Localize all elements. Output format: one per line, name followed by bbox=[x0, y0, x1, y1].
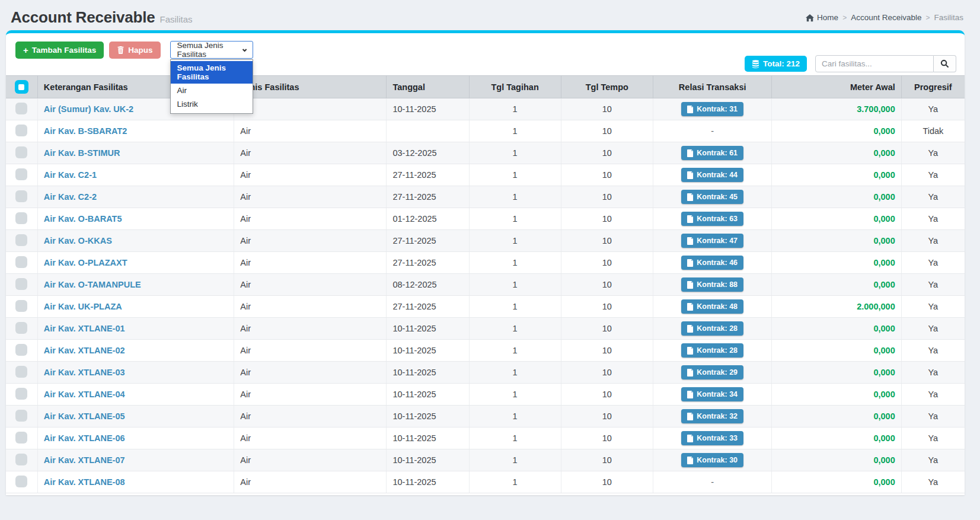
meter-start-value: 0,000 bbox=[873, 324, 895, 333]
meter-start-cell: 0,000 bbox=[772, 428, 901, 449]
row-checkbox[interactable] bbox=[15, 256, 27, 268]
contract-badge[interactable]: Kontrak: 48 bbox=[681, 299, 743, 314]
row-checkbox[interactable] bbox=[15, 278, 27, 290]
dropdown-option-semua[interactable]: Semua Jenis Fasilitas bbox=[171, 61, 253, 84]
row-checkbox[interactable] bbox=[15, 103, 27, 114]
search-input[interactable] bbox=[815, 55, 934, 72]
select-all-checkbox[interactable] bbox=[15, 80, 28, 94]
contract-relation-cell: Kontrak: 29 bbox=[653, 362, 772, 384]
facility-name-link[interactable]: Air Kav. XTLANE-07 bbox=[44, 455, 125, 465]
facility-name-link[interactable]: Air Kav. B-SBARAT2 bbox=[44, 126, 127, 136]
breadcrumb-section-link[interactable]: Account Receivable bbox=[851, 13, 921, 22]
contract-badge[interactable]: Kontrak: 30 bbox=[681, 453, 743, 467]
row-checkbox[interactable] bbox=[15, 322, 27, 334]
row-checkbox[interactable] bbox=[15, 125, 27, 136]
row-checkbox[interactable] bbox=[15, 454, 27, 465]
row-checkbox[interactable] bbox=[15, 366, 27, 378]
dropdown-option-listrik[interactable]: Listrik bbox=[171, 97, 253, 111]
contract-badge[interactable]: Kontrak: 46 bbox=[681, 256, 743, 270]
breadcrumb-home-link[interactable]: Home bbox=[806, 13, 838, 22]
progressive-cell: Ya bbox=[901, 362, 965, 384]
facility-name-cell: Air Kav. O-TAMANPULE bbox=[37, 274, 234, 296]
due-day-cell: 10 bbox=[561, 252, 653, 274]
meter-start-cell: 0,000 bbox=[772, 230, 901, 252]
facility-name-link[interactable]: Air Kav. XTLANE-04 bbox=[44, 390, 125, 399]
dropdown-option-air[interactable]: Air bbox=[171, 84, 253, 97]
page-title-group: Account ReceivableFasilitas bbox=[11, 8, 193, 27]
contract-badge[interactable]: Kontrak: 32 bbox=[681, 409, 743, 423]
facility-name-link[interactable]: Air Kav. UK-PLAZA bbox=[44, 302, 122, 311]
facility-name-link[interactable]: Air Kav. XTLANE-05 bbox=[44, 411, 125, 421]
column-header-meter-awal: Meter Awal bbox=[772, 76, 901, 98]
contract-badge[interactable]: Kontrak: 47 bbox=[681, 234, 743, 248]
row-checkbox[interactable] bbox=[15, 300, 27, 312]
facility-name-link[interactable]: Air Kav. C2-2 bbox=[44, 192, 97, 202]
table-row: Air Kav. UK-PLAZA Air 27-11-2025 1 10 Ko… bbox=[6, 296, 965, 318]
contract-badge[interactable]: Kontrak: 28 bbox=[681, 343, 743, 358]
row-checkbox[interactable] bbox=[15, 388, 27, 400]
contract-badge[interactable]: Kontrak: 61 bbox=[681, 146, 743, 160]
facility-name-link[interactable]: Air Kav. XTLANE-02 bbox=[44, 346, 125, 355]
contract-badge[interactable]: Kontrak: 88 bbox=[681, 277, 743, 292]
facility-type-cell: Air bbox=[234, 230, 387, 252]
progressive-cell: Ya bbox=[901, 449, 965, 471]
table-row: Air Kav. XTLANE-06 Air 10-11-2025 1 10 K… bbox=[6, 428, 965, 449]
row-checkbox[interactable] bbox=[15, 146, 27, 158]
search-button[interactable] bbox=[934, 55, 956, 72]
facility-type-cell: Air bbox=[234, 340, 387, 362]
facility-name-link[interactable]: Air Kav. C2-1 bbox=[44, 170, 97, 180]
row-checkbox-cell bbox=[6, 98, 37, 120]
row-checkbox[interactable] bbox=[15, 190, 27, 202]
facility-name-link[interactable]: Air Kav. XTLANE-01 bbox=[44, 324, 125, 333]
add-facility-button[interactable]: + Tambah Fasilitas bbox=[15, 42, 104, 59]
facility-name-link[interactable]: Air Kav. XTLANE-06 bbox=[44, 433, 125, 443]
row-checkbox[interactable] bbox=[15, 344, 27, 356]
progressive-cell: Ya bbox=[901, 471, 965, 493]
page-subtitle: Fasilitas bbox=[160, 14, 193, 24]
delete-button[interactable]: Hapus bbox=[109, 42, 160, 59]
trash-icon bbox=[117, 46, 125, 54]
due-day-cell: 10 bbox=[561, 406, 653, 428]
facility-type-select[interactable]: Semua Jenis Fasilitas bbox=[170, 41, 253, 59]
contract-badge[interactable]: Kontrak: 31 bbox=[681, 102, 743, 116]
facility-name-cell: Air Kav. XTLANE-06 bbox=[37, 428, 234, 449]
meter-start-value: 0,000 bbox=[873, 346, 895, 355]
row-checkbox-cell bbox=[6, 362, 37, 384]
facility-type-cell: Air bbox=[234, 362, 387, 384]
contract-badge[interactable]: Kontrak: 34 bbox=[681, 387, 743, 401]
file-icon bbox=[687, 237, 694, 245]
column-header-tanggal: Tanggal bbox=[387, 76, 469, 98]
row-checkbox[interactable] bbox=[15, 432, 27, 444]
facility-name-link[interactable]: Air Kav. O-KKAS bbox=[44, 236, 112, 245]
contract-badge[interactable]: Kontrak: 29 bbox=[681, 365, 743, 379]
progressive-cell: Ya bbox=[901, 164, 965, 186]
table-row: Air Kav. O-KKAS Air 27-11-2025 1 10 Kont… bbox=[6, 230, 965, 252]
row-checkbox[interactable] bbox=[15, 212, 27, 224]
facility-name-link[interactable]: Air Kav. XTLANE-08 bbox=[44, 477, 125, 487]
facility-name-link[interactable]: Air Kav. XTLANE-03 bbox=[44, 368, 125, 377]
row-checkbox[interactable] bbox=[15, 410, 27, 422]
contract-relation-cell: Kontrak: 44 bbox=[653, 164, 772, 186]
facility-name-link[interactable]: Air Kav. O-TAMANPULE bbox=[44, 280, 141, 289]
progressive-cell: Ya bbox=[901, 340, 965, 362]
contract-badge[interactable]: Kontrak: 28 bbox=[681, 321, 743, 336]
facility-name-link[interactable]: Air Kav. O-BARAT5 bbox=[44, 214, 122, 224]
contract-badge[interactable]: Kontrak: 33 bbox=[681, 431, 743, 445]
contract-badge[interactable]: Kontrak: 63 bbox=[681, 212, 743, 226]
breadcrumb-separator: > bbox=[842, 14, 847, 22]
contract-badge[interactable]: Kontrak: 45 bbox=[681, 190, 743, 204]
total-badge: Total: 212 bbox=[745, 56, 807, 72]
row-checkbox-cell bbox=[6, 384, 37, 406]
contract-badge[interactable]: Kontrak: 44 bbox=[681, 168, 743, 182]
progressive-cell: Ya bbox=[901, 230, 965, 252]
meter-start-value: 0,000 bbox=[873, 411, 895, 421]
home-icon bbox=[806, 14, 814, 22]
table-row: Air Kav. O-PLAZAXT Air 27-11-2025 1 10 K… bbox=[6, 252, 965, 274]
facility-name-link[interactable]: Air (Sumur) Kav. UK-2 bbox=[44, 104, 133, 114]
row-checkbox[interactable] bbox=[15, 234, 27, 246]
table-row: Air Kav. XTLANE-04 Air 10-11-2025 1 10 K… bbox=[6, 384, 965, 406]
row-checkbox[interactable] bbox=[15, 476, 27, 487]
facility-name-link[interactable]: Air Kav. B-STIMUR bbox=[44, 148, 120, 158]
facility-name-link[interactable]: Air Kav. O-PLAZAXT bbox=[44, 258, 127, 267]
row-checkbox[interactable] bbox=[15, 168, 27, 180]
